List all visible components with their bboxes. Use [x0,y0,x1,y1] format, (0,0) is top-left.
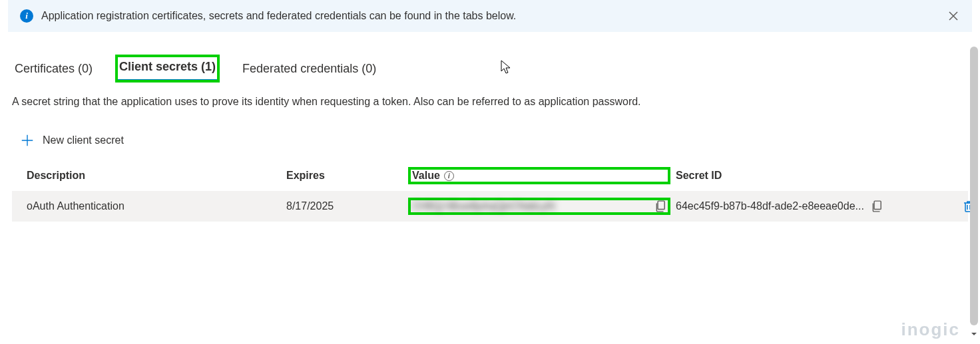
scrollbar-down-arrow[interactable] [970,329,978,337]
col-header-secret-id: Secret ID [676,170,975,182]
info-banner: i Application registration certificates,… [8,0,972,32]
svg-rect-1 [874,201,881,209]
cell-description: oAuth Authentication [27,200,286,212]
tab-federated-credentials[interactable]: Federated credentials (0) [240,58,379,81]
secret-value-text: CH8Qj hBuw8juhqQjnCNabLpN [412,200,555,212]
col-header-description: Description [27,170,286,182]
close-banner-button[interactable] [945,8,961,24]
new-client-secret-label: New client secret [43,134,124,146]
table-header-row: Description Expires Value i Secret ID [12,163,968,188]
value-help-icon[interactable]: i [444,171,454,181]
col-header-value-label: Value [412,170,440,182]
vertical-scrollbar[interactable] [970,47,978,325]
table-row: oAuth Authentication 8/17/2025 CH8Qj hBu… [12,191,968,222]
secret-id-text: 64ec45f9-b87b-48df-ade2-e8eeae0de... [676,200,864,212]
cell-expires: 8/17/2025 [286,200,409,212]
plus-icon [20,133,35,148]
secrets-table: Description Expires Value i Secret ID oA… [12,163,968,222]
copy-value-button[interactable] [654,200,666,212]
section-description: A secret string that the application use… [0,96,980,108]
info-icon: i [20,9,33,23]
tabs-bar: Certificates (0) Client secrets (1) Fede… [0,56,980,81]
copy-id-button[interactable] [871,200,883,212]
cell-secret-id: 64ec45f9-b87b-48df-ade2-e8eeae0de... [676,200,975,213]
svg-rect-0 [658,201,664,209]
tab-certificates[interactable]: Certificates (0) [12,58,95,81]
info-banner-message: Application registration certificates, s… [41,10,516,22]
tab-client-secrets[interactable]: Client secrets (1) [117,56,218,81]
cell-value: CH8Qj hBuw8juhqQjnCNabLpN [409,199,669,214]
col-header-expires: Expires [286,170,409,182]
watermark: inogic [901,319,960,340]
col-header-value: Value i [409,168,669,183]
new-client-secret-button[interactable]: New client secret [20,133,124,148]
